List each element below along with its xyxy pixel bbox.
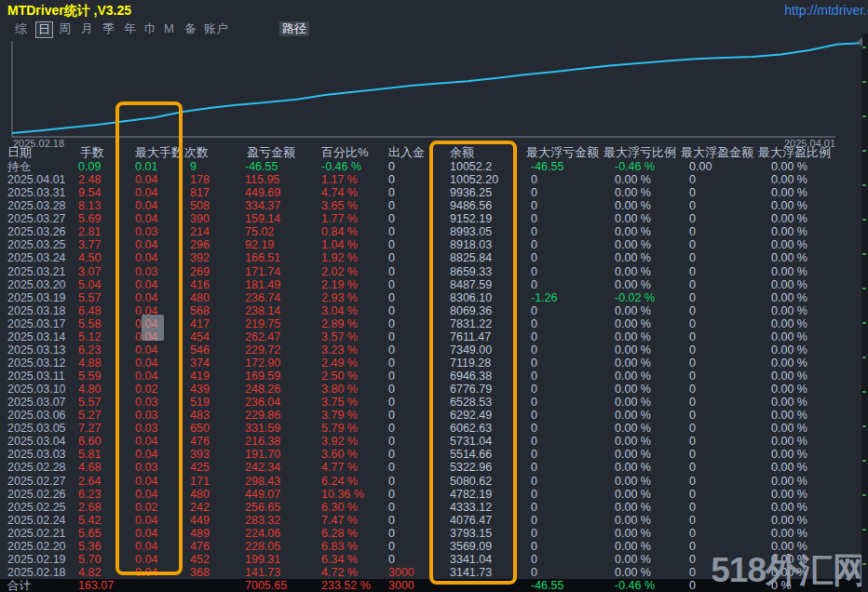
- cell-value: 0.03: [135, 265, 157, 278]
- cell-value: 0: [388, 383, 395, 396]
- cell-date: 2025.03.03: [7, 448, 66, 461]
- cell-value: 0.09: [78, 160, 101, 173]
- cell-value: 480: [190, 488, 210, 501]
- table-row[interactable]: 2025.03.124.880.04374172.902.49 %07119.2…: [0, 357, 868, 370]
- column-header-9[interactable]: 最大浮亏金额: [526, 146, 599, 159]
- table-row[interactable]: 2025.03.136.230.04546229.723.23 %07349.0…: [0, 343, 868, 357]
- cell-value: 0: [689, 291, 696, 304]
- column-header-6[interactable]: 百分比%: [321, 146, 369, 159]
- cell-value: 0: [388, 317, 395, 330]
- cell-value: 0: [388, 357, 395, 370]
- table-row[interactable]: 2025.02.245.420.04449283.327.47 %04076.4…: [0, 514, 868, 527]
- table-row[interactable]: 2025.03.035.810.04393191.703.60 %05514.6…: [0, 448, 868, 461]
- cell-value: 8993.05: [450, 225, 492, 238]
- table-row[interactable]: 2025.02.195.700.04452199.316.34 %03341.0…: [0, 553, 868, 566]
- table-row[interactable]: 2025.04.012.480.04178115.951.17 %010052.…: [0, 173, 868, 186]
- cell-date: 2025.03.25: [7, 238, 66, 251]
- cell-value: 1.92 %: [321, 251, 358, 264]
- scrollbar-tick: [862, 219, 866, 221]
- table-row[interactable]: 持仓0.090.019-46.55-0.46 %010052.2-46.55-0…: [0, 160, 868, 173]
- cell-value: 0: [531, 330, 537, 343]
- cell-value: 0.00 %: [771, 173, 807, 186]
- cell-value: 0.00 %: [771, 330, 807, 343]
- cell-value: -0.46 %: [615, 579, 655, 592]
- cell-date: 2025.03.26: [7, 225, 66, 238]
- table-row[interactable]: 2025.03.046.600.04476216.383.92 %05731.0…: [0, 435, 868, 448]
- cell-date: 2025.03.24: [7, 251, 66, 264]
- table-row[interactable]: 2025.03.195.570.04480236.742.93 %08306.1…: [0, 291, 868, 304]
- table-row[interactable]: 2025.03.213.070.03269171.742.02 %08659.3…: [0, 265, 868, 278]
- cell-value: 0.00 %: [771, 461, 807, 474]
- cell-value: 0: [388, 527, 395, 540]
- table-row[interactable]: 2025.02.266.230.04480449.0710.36 %04782.…: [0, 488, 868, 501]
- menu-item-2[interactable]: 日: [35, 21, 53, 38]
- menu-item-7[interactable]: 巾: [142, 21, 158, 36]
- website-link[interactable]: http://mtdriver.c: [784, 3, 868, 18]
- table-row[interactable]: 2025.02.272.640.04171298.436.24 %05080.6…: [0, 475, 868, 488]
- cell-value: 0: [689, 186, 696, 199]
- vertical-scrollbar[interactable]: [861, 34, 868, 592]
- cell-value: 233.52 %: [321, 579, 371, 592]
- table-row[interactable]: 2025.03.205.040.04416181.492.19 %08487.5…: [0, 278, 868, 291]
- column-header-2[interactable]: 手数: [80, 146, 104, 159]
- table-row[interactable]: 2025.03.288.130.04508334.373.65 %09486.5…: [0, 199, 868, 212]
- menu-item-8[interactable]: M: [162, 21, 176, 36]
- cell-value: -0.46 %: [615, 160, 655, 173]
- table-row[interactable]: 2025.02.252.680.02242256.656.30 %04333.1…: [0, 501, 868, 514]
- collapse-arrow-icon[interactable]: [857, 37, 862, 47]
- column-header-10[interactable]: 最大浮亏比例: [604, 146, 676, 159]
- column-header-11[interactable]: 最大浮盈金额: [681, 146, 753, 159]
- column-header-12[interactable]: 最大浮盈比例: [758, 146, 831, 159]
- table-row-total[interactable]: 合计163.077005.65233.52 %3000-46.55-0.46 %…: [0, 579, 868, 592]
- cell-value: 0.00 %: [615, 330, 651, 343]
- table-row[interactable]: 2025.03.244.500.04392166.511.92 %08825.8…: [0, 251, 868, 264]
- cell-value: 6528.53: [450, 396, 492, 409]
- table-row[interactable]: 2025.03.186.480.04568238.143.04 %08069.3…: [0, 304, 868, 317]
- table-row[interactable]: 2025.03.115.590.04419169.592.50 %06946.3…: [0, 370, 868, 383]
- table-row[interactable]: 2025.03.262.810.0321475.020.84 %08993.05…: [0, 225, 868, 238]
- column-header-8[interactable]: 余额: [450, 146, 474, 159]
- cell-value: 0.00 %: [771, 540, 807, 553]
- menu-item-3[interactable]: 周: [57, 21, 73, 36]
- cell-value: 476: [190, 540, 210, 553]
- table-row[interactable]: 2025.03.319.540.04817449.694.74 %09936.2…: [0, 186, 868, 199]
- menu-item-5[interactable]: 季: [101, 21, 116, 36]
- cell-value: 0.00 %: [771, 396, 807, 409]
- column-header-1[interactable]: 日期: [7, 146, 32, 159]
- table-row[interactable]: 2025.02.215.650.04489224.066.28 %03793.1…: [0, 527, 868, 540]
- cell-value: 0: [388, 514, 395, 527]
- table-row[interactable]: 2025.03.104.800.02439248.263.80 %06776.7…: [0, 383, 868, 396]
- table-row[interactable]: 2025.02.284.680.03425242.344.77 %05322.9…: [0, 461, 868, 474]
- menu-item-6[interactable]: 年: [122, 21, 138, 36]
- table-row[interactable]: 2025.02.205.360.04476228.056.83 %03569.0…: [0, 540, 868, 553]
- cell-value: 0.84 %: [321, 225, 358, 238]
- path-button[interactable]: 路径: [279, 21, 309, 36]
- cell-value: 0: [689, 540, 696, 553]
- table-row[interactable]: 2025.03.057.270.03650331.595.79 %06062.6…: [0, 422, 868, 435]
- cell-value: 0.04: [135, 212, 157, 225]
- table-row[interactable]: 2025.03.253.770.0429692.191.04 %08918.03…: [0, 238, 868, 251]
- cell-value: 0.00 %: [615, 566, 651, 579]
- table-row[interactable]: 2025.03.075.570.03519236.043.75 %06528.5…: [0, 396, 868, 409]
- column-header-4[interactable]: 次数: [184, 146, 209, 159]
- table-row[interactable]: 2025.03.275.690.04390159.141.77 %09152.1…: [0, 212, 868, 225]
- cell-value: 9486.56: [450, 199, 492, 212]
- cell-value: 0: [531, 527, 537, 540]
- column-header-5[interactable]: 盈亏金额: [247, 146, 295, 159]
- cell-value: 5.70: [78, 553, 101, 566]
- table-row[interactable]: 2025.03.065.270.03483229.863.79 %06292.4…: [0, 409, 868, 422]
- app-window: MTDriver统计 ,V3.25 http://mtdriver.c 综日周月…: [0, 0, 868, 592]
- cell-value: 1.77 %: [321, 212, 358, 225]
- menu-item-9[interactable]: 备: [183, 21, 198, 36]
- column-header-7[interactable]: 出入金: [388, 146, 425, 159]
- menubar: 综日周月季年巾M备账户: [0, 20, 868, 38]
- table-row[interactable]: 2025.02.184.820.04368141.734.72 %3000314…: [0, 566, 868, 579]
- table-row[interactable]: 2025.03.175.580.04417219.752.89 %07831.2…: [0, 317, 868, 330]
- column-header-3[interactable]: 最大手数: [135, 146, 183, 159]
- cell-value: 0: [689, 396, 696, 409]
- menu-item-1[interactable]: 综: [13, 21, 29, 36]
- cell-value: 0.00 %: [771, 422, 807, 435]
- menu-item-10[interactable]: 账户: [202, 21, 230, 36]
- menu-item-4[interactable]: 月: [79, 21, 95, 36]
- table-row[interactable]: 2025.03.145.120.04454262.473.57 %07611.4…: [0, 330, 868, 343]
